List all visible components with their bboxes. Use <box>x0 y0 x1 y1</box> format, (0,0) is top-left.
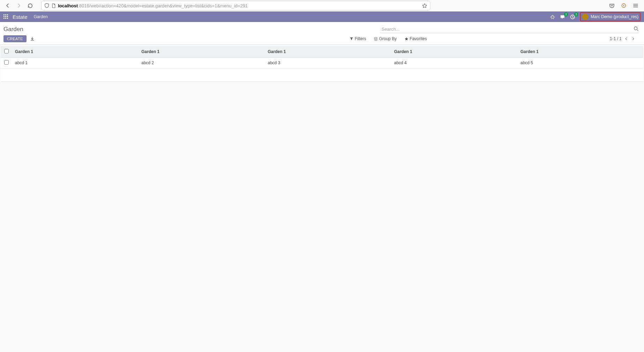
pocket-icon[interactable] <box>608 2 615 9</box>
apps-grid-icon[interactable] <box>3 14 8 19</box>
cell: abcd 2 <box>138 58 264 68</box>
hamburger-menu-icon[interactable] <box>632 2 639 9</box>
user-display-name: Marc Demo (product_res) <box>591 14 638 19</box>
svg-rect-4 <box>7 14 8 15</box>
cell: abcd 5 <box>517 58 643 68</box>
chevron-left-icon <box>624 37 628 41</box>
user-menu[interactable]: Marc Demo (product_res) <box>580 12 641 21</box>
pager: 1-1 / 1 <box>610 36 638 41</box>
favorites-dropdown[interactable]: Favorites <box>405 36 427 41</box>
table-row[interactable]: abcd 1 abcd 2 abcd 3 abcd 4 abcd 5 <box>1 58 643 68</box>
browser-right-icons <box>608 2 641 9</box>
pager-next-button[interactable] <box>631 37 638 41</box>
browser-address-bar[interactable]: localhost:8016/web#action=420&model=esta… <box>41 1 430 10</box>
avatar <box>582 14 589 20</box>
search-bar[interactable] <box>380 25 638 33</box>
list-view: Garden 1 Garden 1 Garden 1 Garden 1 Gard… <box>1 46 643 82</box>
menu-item-garden[interactable]: Garden <box>34 14 48 19</box>
browser-url: localhost:8016/web#action=420&model=esta… <box>58 3 422 8</box>
document-icon <box>51 3 56 8</box>
arrow-right-icon <box>16 3 22 8</box>
svg-rect-2 <box>3 14 5 15</box>
svg-rect-6 <box>5 16 6 17</box>
pager-prev-button[interactable] <box>624 37 631 41</box>
browser-reload-button[interactable] <box>25 1 35 10</box>
extension-icon[interactable] <box>620 2 627 9</box>
select-all-checkbox[interactable] <box>4 49 9 53</box>
app-navbar: Estate Garden 2 3 Marc Demo (product_res… <box>0 12 644 22</box>
row-checkbox[interactable] <box>4 60 9 65</box>
svg-rect-8 <box>3 18 5 19</box>
filters-dropdown[interactable]: Filters <box>350 36 366 41</box>
browser-chrome: localhost:8016/web#action=420&model=esta… <box>0 0 644 12</box>
svg-point-11 <box>552 16 554 18</box>
svg-rect-10 <box>7 18 8 19</box>
activities-icon[interactable]: 3 <box>570 14 575 20</box>
column-header[interactable]: Garden 1 <box>138 46 264 58</box>
groupby-dropdown[interactable]: Group By <box>374 36 397 41</box>
browser-back-button[interactable] <box>3 1 13 10</box>
column-header[interactable]: Garden 1 <box>391 46 517 58</box>
layers-icon <box>374 37 378 41</box>
pager-range[interactable]: 1-1 / 1 <box>610 36 622 41</box>
app-title[interactable]: Estate <box>13 14 28 20</box>
download-icon[interactable] <box>30 37 35 41</box>
svg-point-1 <box>623 5 624 6</box>
control-panel: Garden CREATE Filters Group By Favorites <box>0 22 644 45</box>
arrow-left-icon <box>5 3 10 8</box>
browser-forward-button[interactable] <box>14 1 24 10</box>
list-footer <box>1 68 643 82</box>
reload-icon <box>28 3 33 8</box>
messages-badge: 2 <box>564 12 568 16</box>
create-button[interactable]: CREATE <box>3 35 27 42</box>
shield-icon <box>44 3 49 8</box>
bookmark-star-icon[interactable] <box>422 3 427 8</box>
activities-badge: 3 <box>574 12 578 16</box>
column-header[interactable]: Garden 1 <box>517 46 643 58</box>
svg-rect-3 <box>5 14 6 15</box>
svg-rect-7 <box>7 16 8 17</box>
funnel-icon <box>350 37 353 41</box>
svg-rect-9 <box>5 18 6 19</box>
svg-rect-5 <box>3 16 5 17</box>
star-icon <box>405 37 408 41</box>
search-icon[interactable] <box>634 26 638 31</box>
list-header-row: Garden 1 Garden 1 Garden 1 Garden 1 Gard… <box>1 46 643 58</box>
chevron-right-icon <box>631 37 635 41</box>
cell: abcd 3 <box>264 58 391 68</box>
column-header[interactable]: Garden 1 <box>12 46 138 58</box>
search-input[interactable] <box>380 25 638 33</box>
messages-icon[interactable]: 2 <box>560 14 565 20</box>
breadcrumb: Garden <box>3 26 23 33</box>
cell: abcd 1 <box>12 58 138 68</box>
cell: abcd 4 <box>391 58 517 68</box>
debug-icon[interactable] <box>550 14 555 19</box>
column-header[interactable]: Garden 1 <box>264 46 391 58</box>
